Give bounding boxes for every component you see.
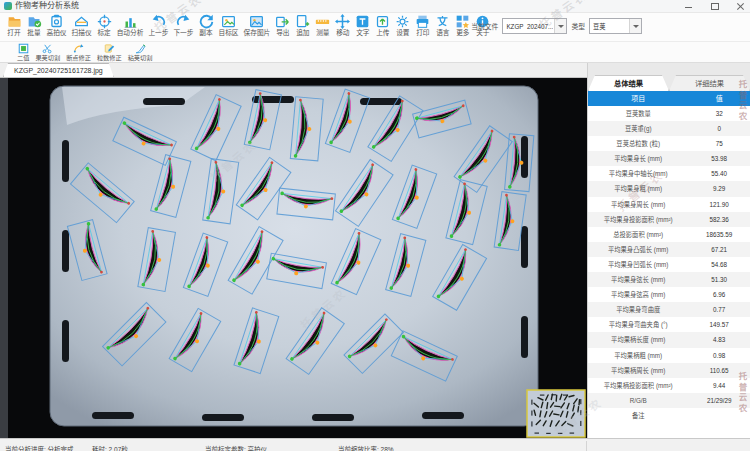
status-elapsed: 耗时: 2.07秒 (92, 444, 128, 451)
print-icon (415, 14, 430, 29)
result-row: 平均果身弯曲度0.77 (588, 302, 750, 317)
result-item-label: 平均果身粗 (mm) (588, 181, 688, 196)
inset-thumbnail[interactable] (527, 390, 585, 437)
result-item-value: 0 (688, 121, 750, 136)
toolbar-button-scanner[interactable]: 扫描仪 (69, 14, 94, 37)
result-item-value: 582.36 (688, 212, 750, 227)
maximize-icon[interactable] (710, 1, 720, 11)
result-item-value: 4.83 (688, 332, 750, 347)
tab-image-file[interactable]: KZGP_20240725161728.jpg (3, 63, 114, 77)
result-row: 平均果身周长 (mm)121.90 (588, 197, 750, 212)
inset-slot (531, 400, 532, 405)
result-item-value: 75 (688, 136, 750, 151)
measure-icon (315, 14, 330, 29)
registration-slot (62, 320, 69, 362)
current-file-dropdown[interactable]: KZGP_202407... (502, 18, 567, 34)
toolbar-button-measure[interactable]: 测量 (313, 14, 333, 37)
close-icon[interactable] (736, 1, 746, 11)
toolbar-button-breakpoint-fix[interactable]: 断点修正 (63, 43, 94, 61)
chevron-down-icon (629, 19, 641, 33)
result-row: 平均果身长 (mm)53.98 (588, 151, 750, 166)
analysis-canvas[interactable] (0, 78, 587, 439)
status-calibration: 当前标定参数: 高拍仪 (205, 444, 267, 451)
result-item-label: 豆荚总粒数 (粒) (588, 136, 688, 151)
tab-overall-results[interactable]: 总体结果 (588, 75, 669, 91)
result-row: 平均果柄周长 (mm)110.65 (588, 363, 750, 378)
result-item-label: 平均果柄长度 (mm) (588, 332, 688, 347)
registration-slot (521, 226, 528, 268)
results-table-header: 项目 值 (588, 91, 750, 106)
current-file-value: KZGP_202407... (506, 23, 553, 30)
inset-slot (580, 399, 581, 404)
open-icon (7, 14, 22, 29)
inset-pod-mark (579, 400, 580, 405)
toolbar-button-settings[interactable]: 设置 (393, 14, 413, 37)
type-dropdown[interactable]: 豆荚 (589, 18, 642, 34)
toolbar-button-language[interactable]: 语言 (433, 14, 453, 37)
result-item-label: 豆荚重(g) (588, 121, 688, 136)
inset-slot (558, 433, 563, 434)
toolbar-button-duplicate[interactable]: 副本 (196, 14, 216, 37)
toolbar-button-calibrate[interactable]: 标定 (94, 14, 114, 37)
result-item-label: 总投影面积 (mm²) (588, 227, 688, 242)
toolbar-button-batch[interactable]: 批量 (24, 14, 44, 37)
inset-slot (546, 433, 551, 434)
language-icon (435, 14, 450, 29)
result-item-label: 平均果柄粗 (mm) (588, 348, 688, 363)
toolbar-button-move[interactable]: 移动 (333, 14, 353, 37)
doc-camera-icon (49, 14, 64, 29)
inset-slot (570, 433, 575, 434)
toolbar-button-auto-analyze[interactable]: 自动分析 (114, 14, 146, 37)
result-item-value: 53.98 (688, 151, 750, 166)
toolbar-button-more[interactable]: 更多 (453, 14, 473, 37)
toolbar-button-doc-camera[interactable]: 高拍仪 (44, 14, 69, 37)
toolbar-button-upload[interactable]: 上传 (373, 14, 393, 37)
toolbar-button-binary[interactable]: 二值 (14, 43, 32, 61)
registration-slot (143, 98, 185, 105)
inset-pod-mark (556, 395, 557, 401)
minimize-icon[interactable] (684, 1, 694, 11)
prev-step-icon (151, 14, 166, 29)
result-row: 平均果身中轴长(mm)55.40 (588, 166, 750, 181)
result-item-value: 32 (688, 106, 750, 121)
chevron-down-icon (554, 19, 566, 33)
toolbar-button-save-image[interactable]: 保存图片 (241, 14, 273, 37)
toolbar-button-stick-cut[interactable]: 粘荚切割 (125, 43, 156, 61)
result-item-value: 67.21 (688, 242, 750, 257)
result-row: 平均果身弦长 (mm)51.30 (588, 272, 750, 287)
toolbar-button-print[interactable]: 打印 (413, 14, 433, 37)
toolbar-button-open[interactable]: 打开 (4, 14, 24, 37)
result-item-label: 豆荚数量 (588, 106, 688, 121)
type-label: 类型 (571, 21, 585, 31)
main-toolbar: 打开批量高拍仪扫描仪标定自动分析上一步下一步副本目标区保存图片导出追加测量移动文… (0, 13, 750, 42)
inset-slot (531, 421, 532, 426)
breakpoint-fix-icon (73, 43, 84, 54)
registration-slot (202, 414, 244, 421)
result-item-value: 0.98 (688, 348, 750, 363)
tab-detailed-results[interactable]: 详细结果 (669, 75, 750, 91)
result-row: 豆荚总粒数 (粒)75 (588, 136, 750, 151)
result-item-label: R/G/B (588, 393, 688, 408)
calibrate-icon (97, 14, 112, 29)
result-row: 平均果身凹弧长 (mm)54.68 (588, 257, 750, 272)
result-item-label: 平均果柄投影面积 (mm²) (588, 378, 688, 393)
toolbar-button-grain-fix[interactable]: 粒数修正 (94, 43, 125, 61)
result-row: 备注 (588, 408, 750, 423)
inset-slot (531, 411, 532, 416)
toolbar-button-next-step[interactable]: 下一步 (171, 14, 196, 37)
more-icon (455, 14, 470, 29)
inset-pod-mark (555, 406, 560, 407)
toolbar-button-pod-cut[interactable]: 果荚切割 (32, 43, 63, 61)
toolbar-button-text[interactable]: 文字 (353, 14, 373, 37)
toolbar-button-target-area[interactable]: 目标区 (216, 14, 241, 37)
result-row: 平均果身凸弧长 (mm)67.21 (588, 242, 750, 257)
image-viewer[interactable] (0, 78, 587, 439)
duplicate-icon (199, 14, 214, 29)
toolbar-button-export[interactable]: 导出 (273, 14, 293, 37)
result-item-label: 平均果身弯曲夹角 (°) (588, 317, 688, 332)
toolbar-button-prev-step[interactable]: 上一步 (146, 14, 171, 37)
results-tabs: 总体结果 详细结果 (588, 63, 750, 91)
toolbar-button-append[interactable]: 追加 (293, 14, 313, 37)
toolbar-secondary-items: 二值果荚切割断点修正粒数修正粘荚切割 (14, 43, 155, 61)
column-header-item: 项目 (588, 91, 688, 106)
